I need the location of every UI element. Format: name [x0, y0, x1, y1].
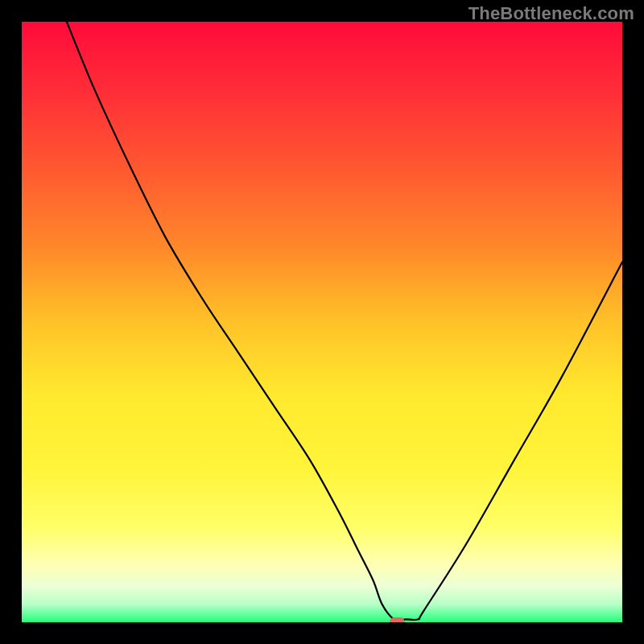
- gradient-background: [22, 22, 622, 622]
- optimal-point-marker: [390, 617, 404, 622]
- watermark-text: TheBottleneck.com: [469, 3, 634, 24]
- plot-svg: [22, 22, 622, 622]
- chart-frame: TheBottleneck.com: [0, 0, 644, 644]
- plot-area: [22, 22, 622, 622]
